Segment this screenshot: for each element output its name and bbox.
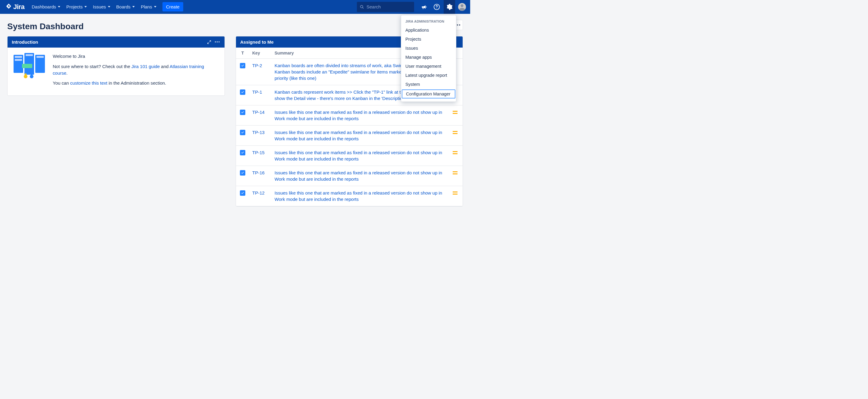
link-jira-101[interactable]: Jira 101 guide bbox=[131, 64, 160, 69]
issue-key-link[interactable]: TP-12 bbox=[252, 190, 265, 195]
cell-type bbox=[236, 85, 249, 105]
cell-key: TP-12 bbox=[249, 186, 272, 206]
whats-new-button[interactable] bbox=[418, 0, 430, 14]
cell-key: TP-1 bbox=[249, 85, 272, 105]
admin-menu-section: JIRA ADMINISTRATION bbox=[401, 18, 456, 26]
chevron-down-icon bbox=[154, 6, 156, 7]
task-icon bbox=[240, 110, 245, 115]
gadget-header-actions: ••• bbox=[207, 40, 220, 44]
priority-medium-icon bbox=[453, 192, 458, 195]
nav-label: Projects bbox=[66, 4, 83, 9]
create-button[interactable]: Create bbox=[162, 2, 183, 11]
settings-button[interactable] bbox=[444, 0, 455, 14]
task-icon bbox=[240, 190, 245, 196]
gadget-more-icon[interactable]: ••• bbox=[215, 40, 220, 44]
help-icon bbox=[433, 4, 440, 10]
nav-plans[interactable]: Plans bbox=[138, 0, 159, 14]
chevron-down-icon bbox=[84, 6, 87, 7]
gadget-title: Assigned to Me bbox=[240, 39, 274, 44]
cell-summary: Issues like this one that are marked as … bbox=[272, 105, 447, 126]
table-row: TP-13Issues like this one that are marke… bbox=[236, 126, 463, 146]
priority-medium-icon bbox=[453, 171, 458, 174]
nav-issues[interactable]: Issues bbox=[90, 0, 113, 14]
svg-rect-10 bbox=[36, 56, 44, 58]
svg-rect-13 bbox=[25, 73, 27, 76]
nav-right bbox=[357, 0, 468, 14]
admin-menu-item-issues[interactable]: Issues bbox=[401, 44, 456, 53]
svg-rect-11 bbox=[22, 64, 32, 68]
issue-key-link[interactable]: TP-2 bbox=[252, 63, 262, 68]
cell-type bbox=[236, 105, 249, 126]
cell-type bbox=[236, 146, 249, 166]
svg-rect-7 bbox=[15, 56, 22, 58]
svg-rect-9 bbox=[26, 54, 33, 56]
issue-key-link[interactable]: TP-1 bbox=[252, 90, 262, 95]
search-input[interactable] bbox=[367, 4, 411, 9]
intro-line3: You can customize this text in the Admin… bbox=[53, 80, 219, 87]
admin-menu-item-configuration-manager[interactable]: Configuration Manager bbox=[402, 90, 456, 98]
issue-summary-link[interactable]: Issues like this one that are marked as … bbox=[275, 110, 442, 121]
cell-priority bbox=[447, 146, 463, 166]
cell-summary: Issues like this one that are marked as … bbox=[272, 146, 447, 166]
cell-priority bbox=[447, 166, 463, 186]
logo-text: Jira bbox=[13, 3, 24, 11]
cell-priority bbox=[447, 186, 463, 206]
chevron-down-icon bbox=[58, 6, 60, 7]
svg-line-1 bbox=[363, 7, 364, 8]
gadget-title: Introduction bbox=[12, 39, 38, 44]
cell-type bbox=[236, 166, 249, 186]
intro-welcome: Welcome to Jira bbox=[53, 53, 219, 60]
admin-menu-item-applications[interactable]: Applications bbox=[401, 26, 456, 35]
chevron-down-icon bbox=[132, 6, 135, 7]
admin-menu-item-latest-upgrade-report[interactable]: Latest upgrade report bbox=[401, 71, 456, 80]
issue-summary-link[interactable]: Issues like this one that are marked as … bbox=[275, 150, 442, 161]
svg-point-3 bbox=[436, 8, 437, 8]
admin-menu-item-user-management[interactable]: User management bbox=[401, 62, 456, 71]
table-row: TP-14Issues like this one that are marke… bbox=[236, 105, 463, 126]
gadget-header: Introduction ••• bbox=[7, 36, 224, 47]
nav-projects[interactable]: Projects bbox=[63, 0, 90, 14]
admin-menu-item-projects[interactable]: Projects bbox=[401, 35, 456, 44]
issue-key-link[interactable]: TP-14 bbox=[252, 110, 265, 115]
link-customize[interactable]: customize this text bbox=[70, 80, 107, 86]
issue-key-link[interactable]: TP-13 bbox=[252, 130, 265, 135]
cell-key: TP-14 bbox=[249, 105, 272, 126]
page-title: System Dashboard bbox=[7, 22, 463, 31]
issue-summary-link[interactable]: Issues like this one that are marked as … bbox=[275, 190, 442, 202]
table-row: TP-16Issues like this one that are marke… bbox=[236, 166, 463, 186]
table-row: TP-12Issues like this one that are marke… bbox=[236, 186, 463, 206]
issue-summary-link[interactable]: Issues like this one that are marked as … bbox=[275, 170, 442, 181]
issue-key-link[interactable]: TP-16 bbox=[252, 170, 265, 175]
profile-button[interactable] bbox=[456, 0, 468, 14]
task-icon bbox=[240, 130, 245, 135]
task-icon bbox=[240, 170, 245, 175]
top-nav: Jira DashboardsProjectsIssuesBoardsPlans… bbox=[0, 0, 470, 14]
maximize-icon[interactable] bbox=[207, 40, 212, 44]
col-type[interactable]: T bbox=[236, 47, 249, 59]
jira-logo[interactable]: Jira bbox=[5, 3, 24, 11]
cell-priority bbox=[447, 105, 463, 126]
cell-key: TP-16 bbox=[249, 166, 272, 186]
table-row: TP-15Issues like this one that are marke… bbox=[236, 146, 463, 166]
admin-menu-item-manage-apps[interactable]: Manage apps bbox=[401, 53, 456, 62]
admin-menu-item-system[interactable]: System bbox=[401, 80, 456, 89]
intro-illustration bbox=[13, 53, 45, 81]
page: System Dashboard Introduction ••• bbox=[0, 14, 470, 207]
issue-summary-link[interactable]: Issues like this one that are marked as … bbox=[275, 130, 442, 141]
issue-key-link[interactable]: TP-15 bbox=[252, 150, 265, 155]
nav-label: Issues bbox=[93, 4, 106, 9]
cell-type bbox=[236, 59, 249, 85]
help-button[interactable] bbox=[431, 0, 442, 14]
nav-dashboards[interactable]: Dashboards bbox=[29, 0, 63, 14]
gadget-body: Welcome to Jira Not sure where to start?… bbox=[7, 47, 224, 96]
col-key[interactable]: Key bbox=[249, 47, 272, 59]
gadget-introduction: Introduction ••• bbox=[7, 36, 225, 96]
megaphone-icon bbox=[421, 4, 427, 10]
avatar bbox=[458, 3, 466, 11]
priority-medium-icon bbox=[453, 151, 458, 154]
gear-icon bbox=[446, 4, 453, 10]
search-box[interactable] bbox=[357, 2, 414, 12]
nav-boards[interactable]: Boards bbox=[113, 0, 138, 14]
priority-medium-icon bbox=[453, 131, 458, 134]
intro-text: Welcome to Jira Not sure where to start?… bbox=[53, 53, 219, 90]
